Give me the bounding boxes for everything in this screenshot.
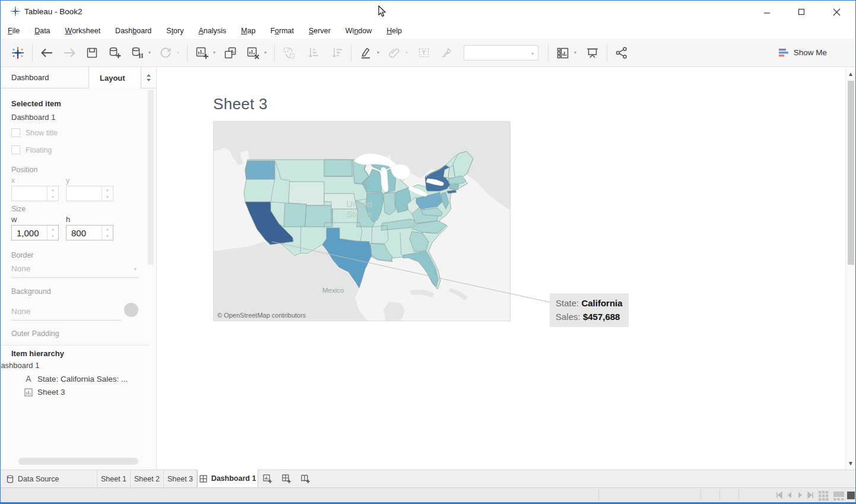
map-view[interactable]: United States Mexico © OpenStreetMap con… — [213, 121, 511, 321]
show-thumbnails-button[interactable] — [833, 491, 844, 501]
scrollbar-thumb[interactable] — [848, 81, 854, 265]
selected-item-value: Dashboard 1 — [11, 113, 55, 122]
size-w-input[interactable]: 1,000 ▲▼ — [11, 225, 59, 240]
new-story-tab-button[interactable] — [296, 470, 315, 487]
hierarchy-item-text[interactable]: A State: California Sales: ... — [24, 374, 128, 383]
canvas-vertical-scrollbar[interactable]: ▲ ▼ — [845, 67, 855, 470]
hierarchy-root[interactable]: Dashboard 1 — [1, 361, 66, 370]
floating-checkbox[interactable] — [11, 145, 20, 154]
show-title-checkbox[interactable] — [11, 128, 20, 137]
highlight-button[interactable] — [357, 43, 375, 63]
background-select[interactable]: None — [11, 306, 121, 316]
run-update-button[interactable] — [157, 43, 175, 63]
clear-sheet-caret[interactable]: ▾ — [262, 43, 269, 63]
group-members-button[interactable] — [385, 43, 403, 63]
border-select[interactable]: None ▾ — [11, 263, 139, 274]
redo-button[interactable] — [61, 43, 78, 63]
floating-label: Floating — [26, 146, 52, 154]
share-button[interactable] — [613, 43, 630, 63]
menu-server[interactable]: Server — [309, 27, 331, 35]
sheet-tab-bar: Data Source Sheet 1 Sheet 2 Sheet 3 Dash… — [1, 470, 855, 487]
highlight-caret[interactable]: ▾ — [375, 43, 382, 63]
swap-rows-columns-button[interactable] — [280, 43, 298, 63]
tab-data-source[interactable]: Data Source — [1, 470, 97, 487]
undo-button[interactable] — [38, 43, 56, 63]
new-worksheet-tab-button[interactable] — [258, 470, 277, 487]
map-country-label: United States — [329, 199, 389, 219]
menu-story[interactable]: Story — [166, 27, 183, 35]
tab-label: Dashboard 1 — [211, 474, 256, 483]
map-mexico-label: Mexico — [322, 287, 344, 294]
pause-auto-updates-button[interactable] — [128, 43, 146, 63]
menu-help[interactable]: Help — [386, 27, 402, 35]
menu-format[interactable]: Format — [270, 27, 294, 35]
position-x-spin-buttons[interactable]: ▲▼ — [47, 186, 58, 201]
panel-horizontal-scrollbar[interactable] — [18, 458, 138, 465]
position-x-input[interactable]: ▲▼ — [11, 186, 59, 201]
size-w-spin-buttons[interactable]: ▲▼ — [47, 226, 58, 240]
maximize-button[interactable] — [791, 4, 811, 20]
text-label-button[interactable] — [415, 43, 433, 63]
status-separator — [700, 490, 701, 500]
menu-data[interactable]: Data — [34, 27, 50, 35]
mouse-cursor — [378, 5, 386, 17]
size-w-value: 1,000 — [17, 228, 39, 238]
menu-worksheet[interactable]: Worksheet — [65, 27, 101, 35]
show-hide-cards-caret[interactable]: ▾ — [572, 43, 579, 63]
position-y-spin-buttons[interactable]: ▲▼ — [102, 186, 113, 201]
position-y-input[interactable]: ▲▼ — [66, 186, 113, 201]
panel-vertical-scrollbar[interactable] — [148, 90, 154, 265]
duplicate-sheet-button[interactable] — [221, 43, 239, 63]
clear-sheet-button[interactable] — [244, 43, 262, 63]
menu-analysis[interactable]: Analysis — [198, 27, 226, 35]
annotation-state-value: California — [581, 298, 622, 308]
show-filmstrip-button[interactable] — [819, 491, 829, 501]
tab-sheet-1[interactable]: Sheet 1 — [97, 470, 131, 487]
panel-collapse-button[interactable] — [141, 67, 156, 88]
scroll-down-icon[interactable]: ▼ — [846, 457, 855, 470]
close-button[interactable] — [826, 4, 847, 20]
fit-selector[interactable]: ▾ — [464, 45, 538, 61]
new-worksheet-caret[interactable]: ▾ — [211, 43, 218, 63]
presentation-mode-button[interactable] — [584, 43, 601, 63]
background-color-swatch[interactable] — [124, 303, 138, 317]
status-bar — [1, 487, 855, 503]
sort-descending-button[interactable] — [328, 43, 345, 63]
map-annotation[interactable]: State: California Sales: $457,688 — [550, 293, 629, 327]
new-dashboard-tab-button[interactable] — [277, 470, 296, 487]
size-h-spin-buttons[interactable]: ▲▼ — [102, 226, 113, 240]
hierarchy-item-sheet[interactable]: Sheet 3 — [24, 388, 65, 397]
toolbar-separator — [548, 44, 549, 62]
tab-dashboard[interactable]: Dashboard — [1, 67, 88, 88]
double-arrow-icon — [146, 74, 151, 81]
tab-sheet-2[interactable]: Sheet 2 — [131, 470, 164, 487]
status-separator — [738, 490, 739, 500]
fix-axes-pin-button[interactable] — [437, 43, 455, 63]
menu-dashboard[interactable]: Dashboard — [115, 27, 151, 35]
scroll-up-icon[interactable]: ▲ — [846, 67, 855, 80]
tableau-home-icon[interactable] — [9, 43, 27, 63]
minimize-button[interactable] — [757, 4, 777, 20]
story-navigation-controls[interactable] — [776, 491, 815, 499]
tab-sheet-3[interactable]: Sheet 3 — [164, 470, 197, 487]
pause-auto-updates-caret[interactable]: ▾ — [146, 43, 153, 63]
save-button[interactable] — [83, 43, 101, 63]
show-hide-cards-button[interactable] — [554, 43, 572, 63]
new-dashboard-icon — [282, 474, 291, 484]
tab-layout[interactable]: Layout — [88, 67, 141, 88]
new-worksheet-button[interactable] — [193, 43, 211, 63]
sort-ascending-button[interactable] — [304, 43, 322, 63]
tab-dashboard-1[interactable]: Dashboard 1 — [197, 470, 258, 487]
run-update-caret[interactable]: ▾ — [175, 43, 182, 63]
menu-window[interactable]: Window — [345, 27, 372, 35]
size-w-label: w — [11, 215, 17, 224]
normal-view-button[interactable] — [847, 492, 855, 499]
menu-file[interactable]: File — [8, 27, 20, 35]
show-me-button[interactable]: Show Me — [778, 48, 847, 58]
new-data-source-button[interactable] — [106, 43, 123, 63]
size-h-input[interactable]: 800 ▲▼ — [66, 225, 113, 240]
main-area: Dashboard Layout Selected item Dashboard… — [1, 67, 855, 470]
text-item-icon: A — [24, 374, 33, 383]
group-members-caret[interactable]: ▾ — [403, 43, 410, 63]
menu-map[interactable]: Map — [241, 27, 255, 35]
